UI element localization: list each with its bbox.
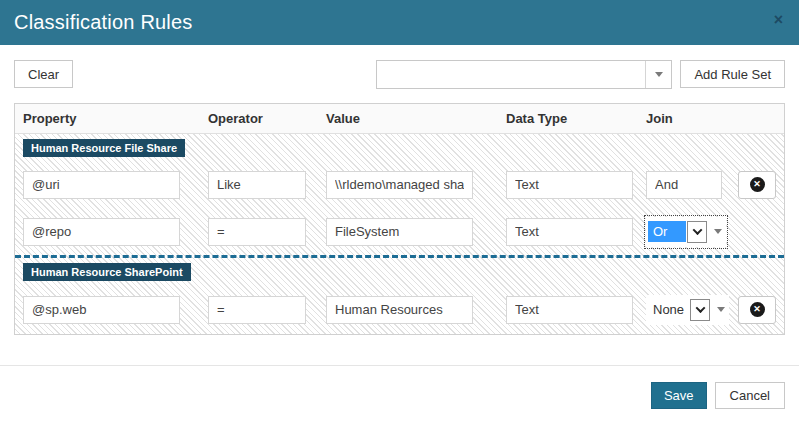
data-type-field[interactable] — [506, 171, 633, 199]
operator-field[interactable] — [208, 218, 306, 246]
operator-field[interactable] — [208, 296, 306, 324]
chevron-down-icon — [695, 303, 705, 313]
rule-group-header: Human Resource SharePoint — [15, 258, 784, 285]
dialog-titlebar: Classification Rules × — [0, 0, 799, 45]
rule-group-badge: Human Resource SharePoint — [23, 263, 191, 281]
rules-table-body: Human Resource File Share ✕ — [15, 134, 784, 334]
close-icon[interactable]: × — [774, 12, 783, 28]
rule-group-header: Human Resource File Share — [15, 134, 784, 161]
rule-row: ✕ — [15, 161, 784, 208]
join-select[interactable]: Or — [646, 217, 726, 247]
dialog-toolbar: Clear Add Rule Set — [0, 45, 799, 103]
rule-row: Or — [15, 208, 784, 255]
column-header-value: Value — [326, 111, 506, 126]
delete-rule-button[interactable]: ✕ — [738, 171, 776, 199]
value-field[interactable] — [326, 171, 473, 199]
property-field[interactable] — [23, 171, 180, 199]
ruleset-combobox-dropdown-button[interactable] — [645, 61, 671, 88]
column-header-property: Property — [23, 111, 208, 126]
select-arrow-button[interactable] — [690, 299, 710, 321]
cancel-button[interactable]: Cancel — [715, 382, 785, 409]
add-rule-set-button[interactable]: Add Rule Set — [680, 60, 785, 88]
delete-circle-icon: ✕ — [750, 177, 765, 192]
rule-row: None ✕ — [15, 285, 784, 334]
delete-rule-button[interactable]: ✕ — [738, 296, 776, 324]
dropdown-triangle-icon[interactable] — [717, 307, 725, 312]
join-field[interactable] — [646, 171, 722, 199]
property-field[interactable] — [23, 218, 180, 246]
delete-circle-icon: ✕ — [750, 302, 765, 317]
ruleset-combobox-input[interactable] — [377, 61, 645, 88]
spacer — [0, 335, 799, 367]
property-field[interactable] — [23, 296, 180, 324]
operator-field[interactable] — [208, 171, 306, 199]
chevron-down-icon — [692, 225, 702, 235]
join-selected-value: Or — [648, 221, 686, 242]
clear-button[interactable]: Clear — [14, 60, 73, 88]
column-header-join: Join — [646, 111, 738, 126]
dialog-footer: Save Cancel — [0, 365, 799, 425]
data-type-field[interactable] — [506, 296, 633, 324]
dropdown-triangle-icon[interactable] — [714, 229, 722, 234]
save-button[interactable]: Save — [651, 382, 707, 409]
select-arrow-button[interactable] — [687, 221, 707, 243]
classification-rules-dialog: Classification Rules × Clear Add Rule Se… — [0, 0, 799, 425]
join-selected-value: None — [648, 299, 689, 320]
column-header-operator: Operator — [208, 111, 326, 126]
column-header-data-type: Data Type — [506, 111, 646, 126]
rule-group-badge: Human Resource File Share — [23, 139, 185, 157]
join-select[interactable]: None — [646, 295, 729, 325]
dialog-title: Classification Rules — [14, 11, 193, 34]
chevron-down-icon — [655, 72, 663, 77]
data-type-field[interactable] — [506, 218, 633, 246]
value-field[interactable] — [326, 296, 473, 324]
rules-table: Property Operator Value Data Type Join H… — [14, 103, 785, 335]
rules-table-header: Property Operator Value Data Type Join — [15, 104, 784, 134]
value-field[interactable] — [326, 218, 473, 246]
ruleset-combobox[interactable] — [376, 60, 672, 89]
